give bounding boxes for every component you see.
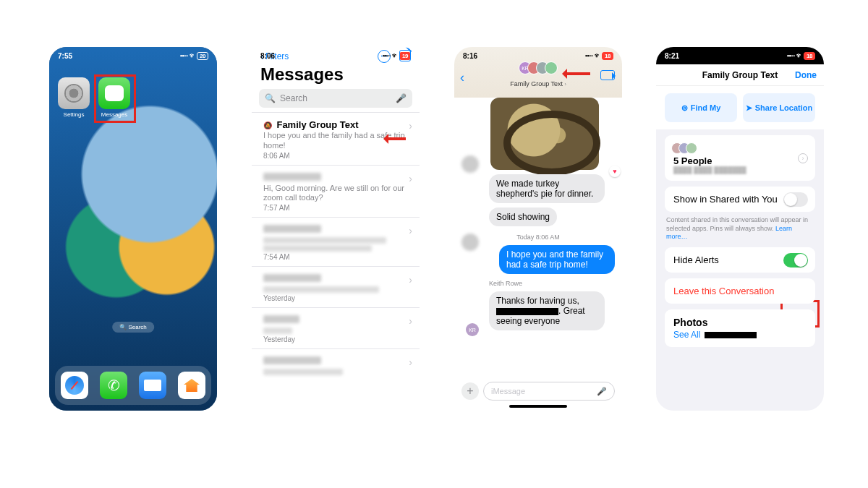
screen-group-details: 8:21 ▪▪▫▫ ᯤ 18 Family Group Text Done ⊚F… — [656, 47, 824, 411]
status-bar: 8:06 ▪▪▫▫ ᯤ 19 — [252, 47, 420, 64]
sender-avatar — [461, 234, 479, 251]
sheet-title: Family Group Text — [702, 70, 778, 80]
findmy-button[interactable]: ⊚Find My — [665, 93, 737, 122]
dock-safari[interactable] — [61, 372, 88, 399]
redacted-bar — [705, 332, 757, 338]
blurred-name — [263, 173, 321, 181]
compose-button[interactable] — [399, 50, 411, 61]
gear-icon — [58, 77, 90, 109]
shared-hint: Content shared in this conversation will… — [656, 212, 824, 241]
screen-home: 7:55 ▪▪▫▫ ᯤ 20 Settings Messages 🔍 Searc… — [49, 47, 217, 411]
see-all-link[interactable]: See All — [673, 330, 700, 340]
facetime-button[interactable] — [600, 70, 615, 80]
dock-mail[interactable] — [139, 372, 166, 399]
shared-with-you-toggle[interactable] — [783, 192, 808, 207]
screen-conversation: 8:16 ▪▪▫▫ ᯤ 18 ‹ KR Family Group Text › … — [454, 47, 622, 411]
tapback-heart-icon[interactable]: ♥ — [609, 166, 621, 177]
conversation-row[interactable]: Yesterday › — [252, 307, 420, 348]
sender-avatar: KR — [466, 323, 479, 336]
chevron-right-icon: › — [409, 120, 412, 132]
hide-alerts-cell[interactable]: Hide Alerts — [665, 247, 815, 273]
findmy-icon: ⊚ — [681, 103, 688, 112]
message-incoming[interactable]: We made turkey shepherd's pie for dinner… — [489, 174, 605, 203]
safari-icon — [65, 376, 84, 395]
search-icon: 🔍 — [265, 93, 276, 103]
conversation-row[interactable]: 7:54 AM › — [252, 217, 420, 266]
dock-home[interactable] — [178, 372, 205, 399]
leave-conversation-cell[interactable]: Leave this Conversation — [665, 278, 815, 304]
done-button[interactable]: Done — [795, 70, 817, 80]
sender-name: Keith Rowe — [489, 280, 622, 287]
message-input[interactable]: iMessage 🎤 — [483, 382, 615, 401]
home-icon — [184, 379, 200, 392]
group-name: Family Group Text › — [510, 80, 566, 87]
clock: 8:06 — [260, 52, 275, 60]
clock: 8:21 — [665, 52, 679, 60]
annotation-highlight — [94, 74, 136, 123]
back-button[interactable]: ‹ — [460, 70, 464, 85]
image-attachment[interactable] — [490, 98, 599, 170]
home-indicator[interactable] — [509, 405, 567, 408]
conversation-header[interactable]: 8:16 ▪▪▫▫ ᯤ 18 ‹ KR Family Group Text › — [454, 47, 622, 98]
location-arrow-icon: ➤ — [746, 103, 752, 112]
hide-alerts-toggle[interactable] — [783, 253, 808, 267]
clock: 7:55 — [58, 52, 72, 60]
dock: ✆ — [55, 366, 211, 405]
group-avatars: KR — [521, 61, 556, 74]
search-input[interactable]: 🔍 Search 🎤 — [259, 89, 412, 108]
share-location-button[interactable]: ➤Share Location — [743, 93, 815, 122]
mail-icon — [144, 380, 161, 391]
annotation-arrow — [378, 134, 406, 144]
mute-icon: 🔕 — [263, 121, 272, 129]
dock-phone[interactable]: ✆ — [100, 372, 127, 399]
attach-button[interactable]: + — [461, 382, 479, 400]
status-right: ▪▪▫▫ ᯤ 20 — [180, 52, 208, 60]
conversation-row[interactable]: › — [252, 348, 420, 382]
timestamp-label: Today 8:06 AM — [454, 234, 622, 241]
people-names-blurred: ████ ████ ███████ — [673, 166, 807, 174]
message-outgoing[interactable]: I hope you and the family had a safe tri… — [499, 245, 615, 274]
status-bar: 8:21 ▪▪▫▫ ᯤ 18 — [656, 47, 824, 64]
screen-messages-list: 8:06 ▪▪▫▫ ᯤ 19 ‹Filters ⋯ Messages 🔍 Sea… — [252, 47, 420, 411]
chevron-right-icon: › — [798, 153, 808, 163]
photos-section[interactable]: Photos See All — [665, 309, 815, 347]
message-incoming[interactable]: Thanks for having us, . Great seeing eve… — [489, 291, 605, 330]
shared-with-you-cell[interactable]: Show in Shared with You — [665, 187, 815, 212]
spotlight-search[interactable]: 🔍 Search — [112, 322, 154, 333]
sender-avatar — [461, 155, 479, 173]
sheet-header: Family Group Text Done — [656, 64, 824, 86]
clock: 8:16 — [463, 52, 477, 60]
phone-icon: ✆ — [108, 377, 120, 394]
redacted-text — [496, 308, 558, 315]
chevron-right-icon: › — [409, 173, 412, 184]
conversation-row[interactable]: Hi, Good morning. Are we still on for ou… — [252, 165, 420, 218]
app-settings[interactable]: Settings — [56, 77, 91, 118]
conversation-row[interactable]: Yesterday › — [252, 266, 420, 307]
people-cell[interactable]: 5 People ████ ████ ███████ › — [665, 135, 815, 181]
page-title: Messages — [252, 63, 420, 89]
mic-icon: 🎤 — [597, 387, 607, 396]
message-incoming[interactable]: Solid showing — [489, 207, 557, 226]
chevron-right-icon: › — [565, 82, 566, 87]
annotation-arrow — [557, 69, 590, 79]
mic-icon: 🎤 — [396, 93, 407, 103]
status-bar: 7:55 ▪▪▫▫ ᯤ 20 — [49, 47, 217, 64]
